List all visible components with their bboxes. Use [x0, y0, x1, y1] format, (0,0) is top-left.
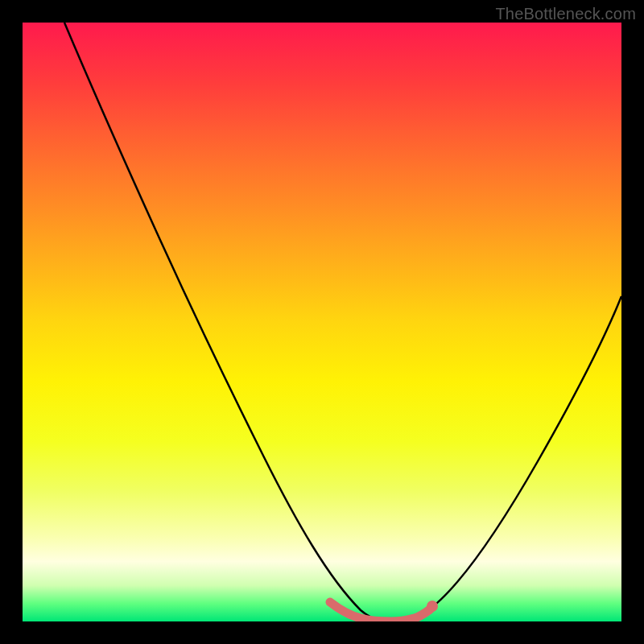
- curves-svg: [23, 23, 621, 621]
- watermark-text: TheBottleneck.com: [495, 5, 636, 23]
- right-curve: [401, 296, 621, 621]
- left-curve: [64, 23, 383, 621]
- chart-frame: TheBottleneck.com: [0, 0, 644, 644]
- plot-area: [23, 23, 621, 621]
- valley-marker: [330, 602, 431, 621]
- valley-end-dot: [427, 601, 438, 612]
